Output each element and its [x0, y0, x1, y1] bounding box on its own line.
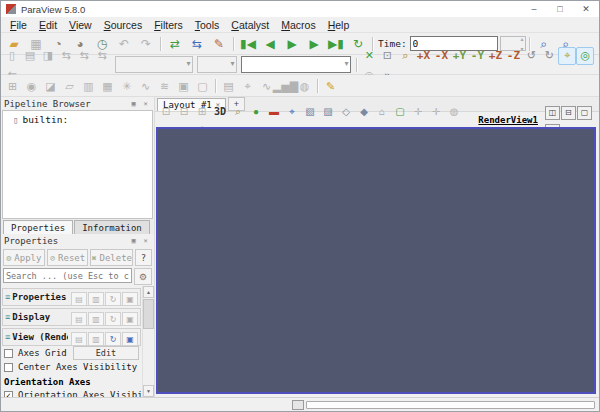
play-icon[interactable]: ▶	[282, 34, 302, 54]
rescale-to-data-range-icon[interactable]: ⇆	[57, 47, 75, 65]
rescale-over-time-icon[interactable]: ⇆	[93, 47, 111, 65]
query-data-icon[interactable]: ▤	[219, 77, 238, 96]
set-view-minus-y-icon[interactable]: -Y	[468, 47, 486, 65]
split-vertical-button[interactable]: ⊟	[561, 106, 576, 120]
set-view-plus-y-icon[interactable]: +Y	[450, 47, 468, 65]
use-separate-colormap-icon[interactable]: ◨	[39, 47, 57, 65]
rotate-90-cw-icon[interactable]: ↻	[540, 47, 558, 65]
save-defaults-icon[interactable]: ▣	[122, 292, 138, 306]
undo-camera-icon[interactable]: ⊟	[176, 105, 192, 120]
section-properties[interactable]: ≡ Properties ▤▥↻▣	[2, 288, 141, 306]
select-surface-cells-icon[interactable]: ▧	[302, 105, 318, 120]
select-frustum-points-icon[interactable]: ◆	[356, 105, 372, 120]
maximize-view-button[interactable]: ▢	[577, 106, 592, 120]
slice-icon[interactable]: ▱	[60, 77, 79, 96]
split-horizontal-button[interactable]: ◫	[545, 106, 560, 120]
undock-icon[interactable]: ▣	[128, 236, 139, 246]
color-palette-icon[interactable]: ✎	[209, 34, 229, 54]
paste-section-icon[interactable]: ▥	[88, 332, 104, 346]
extract-subset-icon[interactable]: ▦	[98, 77, 117, 96]
maximize-button[interactable]: □	[547, 1, 573, 17]
menu-filters[interactable]: Filters	[148, 19, 189, 31]
copy-section-icon[interactable]: ▤	[71, 292, 87, 306]
copy-section-icon[interactable]: ▤	[71, 332, 87, 346]
interactive-select-cells-icon[interactable]: ✛	[410, 105, 426, 120]
plot-selection-icon[interactable]: ◍	[295, 77, 314, 96]
reset-button[interactable]: ⊘ Reset	[47, 249, 89, 266]
probe-location-icon[interactable]: ⌖	[238, 77, 257, 96]
menu-sources[interactable]: Sources	[98, 19, 149, 31]
next-frame-icon[interactable]: ▶	[304, 34, 324, 54]
frame-spinbox[interactable]	[500, 36, 526, 51]
select-points-icon[interactable]: ▨	[320, 105, 336, 120]
show-orientation-axes-icon[interactable]: ⌖	[558, 47, 576, 65]
set-view-minus-x-icon[interactable]: -X	[432, 47, 450, 65]
threshold-icon[interactable]: ▥	[79, 77, 98, 96]
output-messages-button[interactable]	[292, 400, 304, 410]
reset-camera-icon[interactable]: ✕	[360, 47, 378, 65]
stream-tracer-icon[interactable]: ∿	[136, 77, 155, 96]
checkbox-center-axes-visibility[interactable]	[4, 363, 13, 372]
edit-color-map-icon[interactable]: ▤	[21, 47, 39, 65]
warp-vector-icon[interactable]: ≋	[155, 77, 174, 96]
redo-camera-icon[interactable]: ⊞	[194, 105, 210, 120]
representation-combo[interactable]	[241, 56, 351, 73]
search-input[interactable]	[3, 268, 132, 283]
undock-icon[interactable]: ▣	[128, 99, 139, 109]
scroll-up-arrow[interactable]: ▲	[143, 286, 154, 298]
help-button[interactable]: ?	[135, 249, 152, 266]
tab-properties[interactable]: Properties	[3, 220, 73, 234]
toggle-color-legend-icon[interactable]: ▯	[3, 47, 21, 65]
menu-macros[interactable]: Macros	[275, 19, 321, 31]
close-button[interactable]: ✕	[573, 1, 599, 17]
properties-scrollbar[interactable]: ▲ ▼	[142, 286, 154, 397]
pipeline-tree[interactable]: ▯ builtin:	[2, 110, 153, 219]
set-view-plus-x-icon[interactable]: +X	[414, 47, 432, 65]
select-normal-icon[interactable]: ⌖	[284, 105, 300, 120]
minimize-button[interactable]: –	[521, 1, 547, 17]
close-dock-icon[interactable]: ✕	[140, 236, 151, 246]
restore-defaults-icon[interactable]: ↻	[105, 332, 121, 346]
select-frustum-cells-icon[interactable]: ◇	[338, 105, 354, 120]
scroll-down-arrow[interactable]: ▼	[143, 385, 154, 397]
zoom-to-box-icon[interactable]: ⊡	[378, 47, 396, 65]
menu-catalyst[interactable]: Catalyst	[225, 19, 275, 31]
interaction-mode-icon[interactable]: 3D	[212, 105, 228, 120]
menu-tools[interactable]: Tools	[189, 19, 226, 31]
first-frame-icon[interactable]: ▮◀	[238, 34, 258, 54]
hover-cells-icon[interactable]: ◍	[446, 105, 462, 120]
scroll-thumb[interactable]	[143, 299, 154, 329]
clip-icon[interactable]: ◪	[41, 77, 60, 96]
apply-button[interactable]: ⚙ Apply	[3, 249, 45, 266]
disconnect-icon[interactable]: ⇆	[187, 34, 207, 54]
calculator-icon[interactable]: ⊞	[3, 77, 22, 96]
undo-icon[interactable]: ↶	[114, 34, 134, 54]
select-polygon-icon[interactable]: ⌂	[374, 105, 390, 120]
menu-help[interactable]: Help	[322, 19, 356, 31]
close-dock-icon[interactable]: ✕	[140, 99, 151, 109]
interactive-select-points-icon[interactable]: ✛	[428, 105, 444, 120]
restore-defaults-icon[interactable]: ↻	[105, 292, 121, 306]
checkbox-axes-grid[interactable]	[4, 349, 13, 358]
copy-section-icon[interactable]: ▤	[71, 312, 87, 326]
clear-selection-icon[interactable]: ▬	[266, 105, 282, 120]
render-viewport[interactable]	[156, 127, 596, 394]
last-frame-icon[interactable]: ▶▮	[326, 34, 346, 54]
pipeline-item-builtin[interactable]: ▯ builtin:	[3, 111, 152, 125]
edit-button[interactable]: Edit	[73, 346, 139, 360]
save-defaults-icon[interactable]: ▣	[122, 312, 138, 326]
group-datasets-icon[interactable]: ▣	[174, 77, 193, 96]
zoom-to-box-view-icon[interactable]: ⌕	[230, 105, 246, 120]
glyph-icon[interactable]: ✳	[117, 77, 136, 96]
rescale-to-custom-range-icon[interactable]: ⇆	[75, 47, 93, 65]
menu-view[interactable]: View	[63, 19, 98, 31]
menu-edit[interactable]: Edit	[33, 19, 63, 31]
menu-file[interactable]: File	[4, 19, 33, 31]
save-defaults-icon[interactable]: ▣	[122, 332, 138, 346]
select-surface-points-icon[interactable]: ●	[248, 105, 264, 120]
tab-information[interactable]: Information	[74, 220, 150, 234]
scroll-track[interactable]	[143, 330, 154, 385]
connect-icon[interactable]: ⇄	[165, 34, 185, 54]
pencil-icon[interactable]: ✎	[321, 77, 340, 96]
component-combo[interactable]	[197, 56, 237, 73]
